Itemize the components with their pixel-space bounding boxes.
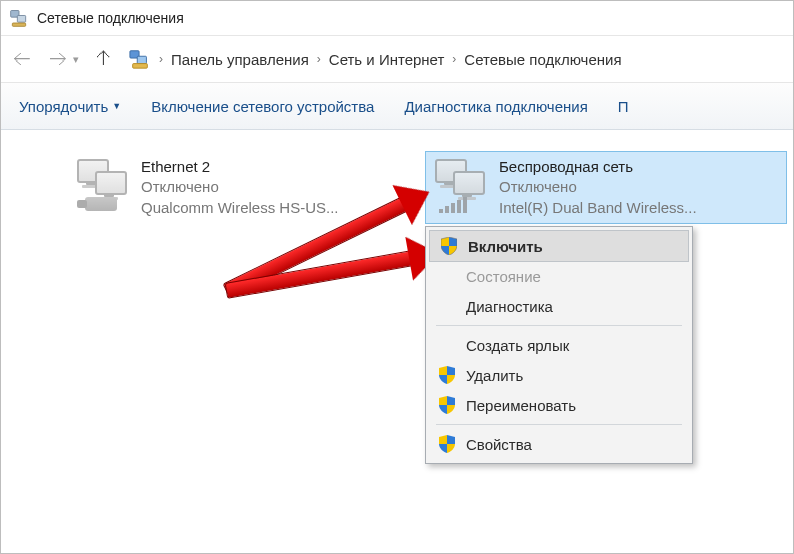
blank-icon (438, 336, 456, 354)
network-connections-icon (9, 8, 29, 28)
wireless-adapter-icon (431, 157, 491, 213)
nav-up-button[interactable]: 🡡 (93, 49, 115, 70)
navbar: 🡠 🡢 ▾ 🡡 › Панель управления › Сеть и Инт… (1, 36, 793, 83)
menu-rename-label: Переименовать (466, 397, 576, 414)
titlebar: Сетевые подключения (1, 1, 793, 36)
shield-icon (438, 396, 456, 414)
menu-rename[interactable]: Переименовать (428, 390, 690, 420)
adapter-status: Отключено (499, 177, 697, 197)
menu-status: Состояние (428, 261, 690, 291)
menu-diagnose-label: Диагностика (466, 298, 553, 315)
menu-delete[interactable]: Удалить (428, 360, 690, 390)
nav-forward-button: 🡢 (47, 49, 69, 70)
toolbar-diagnose[interactable]: Диагностика подключения (404, 98, 587, 115)
menu-separator (436, 424, 682, 425)
chevron-right-icon[interactable]: › (159, 52, 163, 66)
adapter-device: Intel(R) Dual Band Wireless... (499, 198, 697, 218)
shield-icon (438, 366, 456, 384)
nav-history-dropdown[interactable]: ▾ (73, 53, 79, 66)
adapter-name: Беспроводная сеть (499, 157, 697, 177)
context-menu: Включить Состояние Диагностика Создать я… (425, 226, 693, 464)
menu-enable-label: Включить (468, 238, 543, 255)
menu-create-shortcut[interactable]: Создать ярлык (428, 330, 690, 360)
menu-delete-label: Удалить (466, 367, 523, 384)
breadcrumb-control-panel[interactable]: Панель управления (171, 51, 309, 68)
menu-enable[interactable]: Включить (429, 230, 689, 262)
menu-separator (436, 325, 682, 326)
menu-status-label: Состояние (466, 268, 541, 285)
toolbar: Упорядочить ▼ Включение сетевого устройс… (1, 83, 793, 130)
shield-icon (440, 237, 458, 255)
network-connections-window: Сетевые подключения 🡠 🡢 ▾ 🡡 › Панель упр… (0, 0, 794, 554)
adapter-device: Qualcomm Wireless HS-US... (141, 198, 339, 218)
adapter-name: Ethernet 2 (141, 157, 339, 177)
toolbar-organize-label: Упорядочить (19, 98, 108, 115)
svg-rect-4 (137, 56, 146, 63)
chevron-right-icon[interactable]: › (317, 52, 321, 66)
ethernet-adapter-icon (73, 157, 133, 213)
blank-icon (438, 267, 456, 285)
breadcrumb-network-internet[interactable]: Сеть и Интернет (329, 51, 445, 68)
menu-diagnose[interactable]: Диагностика (428, 291, 690, 321)
blank-icon (438, 297, 456, 315)
nav-back-button[interactable]: 🡠 (11, 49, 33, 70)
menu-properties-label: Свойства (466, 436, 532, 453)
svg-rect-1 (17, 16, 25, 23)
shield-icon (438, 435, 456, 453)
svg-rect-5 (133, 64, 148, 69)
adapter-status: Отключено (141, 177, 339, 197)
adapter-wireless[interactable]: Беспроводная сеть Отключено Intel(R) Dua… (425, 151, 787, 224)
menu-properties[interactable]: Свойства (428, 429, 690, 459)
breadcrumb[interactable]: › Панель управления › Сеть и Интернет › … (129, 48, 622, 70)
svg-rect-2 (12, 23, 25, 26)
chevron-right-icon[interactable]: › (452, 52, 456, 66)
window-title: Сетевые подключения (37, 10, 184, 26)
breadcrumb-network-connections[interactable]: Сетевые подключения (464, 51, 621, 68)
control-panel-icon (129, 48, 151, 70)
chevron-down-icon: ▼ (112, 101, 121, 111)
menu-create-shortcut-label: Создать ярлык (466, 337, 569, 354)
toolbar-organize[interactable]: Упорядочить ▼ (19, 98, 121, 115)
toolbar-enable-device[interactable]: Включение сетевого устройства (151, 98, 374, 115)
toolbar-overflow[interactable]: П (618, 98, 629, 115)
